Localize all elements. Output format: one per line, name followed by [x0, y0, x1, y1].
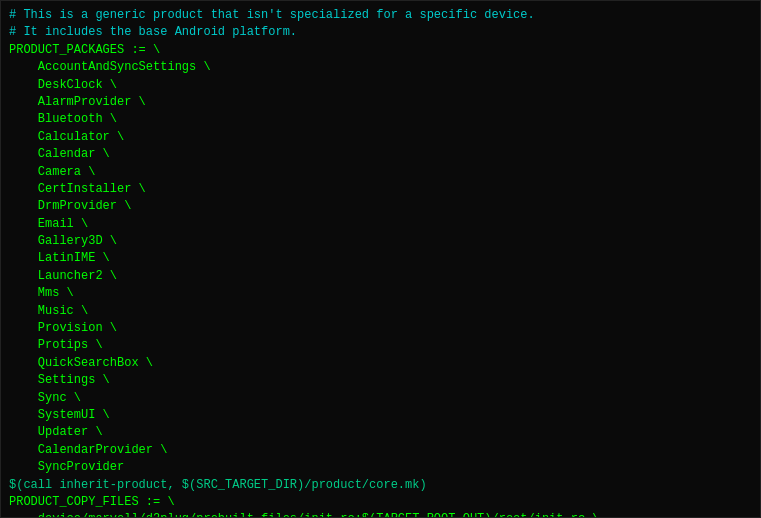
code-line: AccountAndSyncSettings \: [9, 59, 752, 76]
code-line: AlarmProvider \: [9, 94, 752, 111]
code-line: # It includes the base Android platform.: [9, 24, 752, 41]
code-line: Calculator \: [9, 129, 752, 146]
code-line: Updater \: [9, 424, 752, 441]
code-line: PRODUCT_PACKAGES := \: [9, 42, 752, 59]
code-line: Camera \: [9, 164, 752, 181]
code-line: LatinIME \: [9, 250, 752, 267]
code-line: CertInstaller \: [9, 181, 752, 198]
code-line: $(call inherit-product, $(SRC_TARGET_DIR…: [9, 477, 752, 494]
code-line: Mms \: [9, 285, 752, 302]
code-line: QuickSearchBox \: [9, 355, 752, 372]
code-line: SystemUI \: [9, 407, 752, 424]
code-line: Email \: [9, 216, 752, 233]
code-line: device/marvell/d2plug/prebuilt_files/ini…: [9, 511, 752, 518]
code-line: Protips \: [9, 337, 752, 354]
code-line: Gallery3D \: [9, 233, 752, 250]
code-line: # This is a generic product that isn't s…: [9, 7, 752, 24]
code-line: Bluetooth \: [9, 111, 752, 128]
code-line: Sync \: [9, 390, 752, 407]
code-line: Launcher2 \: [9, 268, 752, 285]
code-line: DeskClock \: [9, 77, 752, 94]
code-line: Settings \: [9, 372, 752, 389]
code-editor[interactable]: # This is a generic product that isn't s…: [0, 0, 761, 518]
code-line: PRODUCT_COPY_FILES := \: [9, 494, 752, 511]
code-line: SyncProvider: [9, 459, 752, 476]
code-line: Provision \: [9, 320, 752, 337]
code-line: CalendarProvider \: [9, 442, 752, 459]
code-line: Calendar \: [9, 146, 752, 163]
code-line: DrmProvider \: [9, 198, 752, 215]
code-line: Music \: [9, 303, 752, 320]
